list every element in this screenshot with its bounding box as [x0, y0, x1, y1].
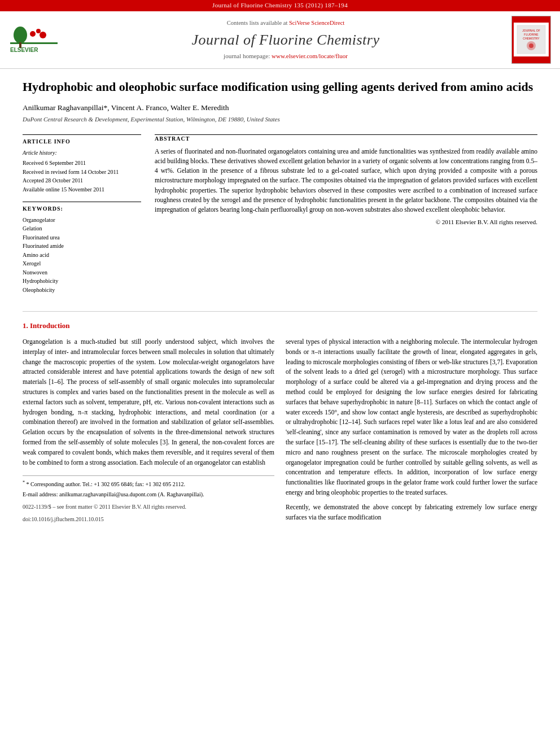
svg-point-13 — [529, 43, 533, 48]
svg-text:CHEMISTRY: CHEMISTRY — [523, 37, 540, 40]
keywords-list: Organogelator Gelation Fluorinated urea … — [23, 216, 141, 295]
main-content: Hydrophobic and oleophobic surface modif… — [0, 69, 560, 539]
svg-text:FLUORINE: FLUORINE — [524, 33, 539, 36]
affiliation: DuPont Central Research & Development, E… — [23, 115, 537, 124]
journal-homepage: journal homepage: www.elsevier.com/locat… — [65, 52, 506, 61]
keyword-5: Amino acid — [23, 251, 141, 260]
intro-para-3: Recently, we demonstrated the above conc… — [286, 503, 537, 523]
history-label: Article history: — [23, 149, 141, 158]
svg-point-4 — [36, 29, 41, 33]
copyright-issn: 0022-1139/$ – see front matter © 2011 El… — [23, 503, 274, 512]
footnote-area: * * Corresponding author. Tel.: +1 302 6… — [23, 475, 274, 523]
article-title: Hydrophobic and oleophobic surface modif… — [23, 79, 537, 95]
journal-header-center: Contents lists available at SciVerse Sci… — [65, 19, 506, 62]
svg-rect-0 — [10, 42, 58, 44]
abstract-title: Abstract — [155, 135, 537, 143]
revised-date: Received in revised form 14 October 2011 — [23, 168, 141, 177]
journal-citation: Journal of Fluorine Chemistry 135 (2012)… — [212, 2, 348, 8]
rights-text: © 2011 Elsevier B.V. All rights reserved… — [155, 218, 537, 227]
article-info-title: Article Info — [23, 138, 141, 146]
body-section: Organogelation is a much-studied but sti… — [23, 337, 537, 527]
article-meta-section: Article Info Article history: Received 6… — [23, 134, 537, 302]
keywords-box: Keywords: Organogelator Gelation Fluorin… — [23, 202, 141, 294]
keyword-3: Fluorinated urea — [23, 234, 141, 242]
section-divider — [23, 311, 537, 312]
intro-heading: 1. Introduction — [23, 321, 537, 331]
keywords-title: Keywords: — [23, 205, 141, 213]
keyword-8: Hydrophobicity — [23, 277, 141, 286]
keyword-7: Nonwoven — [23, 269, 141, 277]
intro-para-2: several types of physical interaction wi… — [286, 337, 537, 498]
keyword-9: Oleophobicity — [23, 286, 141, 295]
abstract-text: A series of fluorinated and non-fluorina… — [155, 147, 537, 215]
journal-top-bar: Journal of Fluorine Chemistry 135 (2012)… — [0, 0, 560, 11]
keyword-6: Xerogel — [23, 260, 141, 268]
intro-para-1: Organogelation is a much-studied but sti… — [23, 337, 274, 468]
received-date: Received 6 September 2011 — [23, 159, 141, 168]
journal-cover: JOURNAL OF FLUORINE CHEMISTRY — [511, 16, 551, 64]
sciverse-link[interactable]: SciVerse ScienceDirect — [289, 20, 344, 26]
svg-point-1 — [14, 27, 27, 43]
abstract-box: Abstract A series of fluorinated and non… — [155, 134, 537, 227]
body-left-col: Organogelation is a much-studied but sti… — [23, 337, 274, 527]
body-right-col: several types of physical interaction wi… — [286, 337, 537, 527]
keyword-1: Organogelator — [23, 216, 141, 225]
keyword-4: Fluorinated amide — [23, 242, 141, 251]
cover-image: JOURNAL OF FLUORINE CHEMISTRY — [514, 23, 549, 56]
journal-title: Journal of Fluorine Chemistry — [65, 29, 506, 51]
abstract-col: Abstract A series of fluorinated and non… — [155, 134, 537, 302]
authors: Anilkumar Raghavanpillai*, Vincent A. Fr… — [23, 102, 537, 113]
article-info-box: Article Info Article history: Received 6… — [23, 134, 141, 194]
footnote-email: E-mail address: anilkumar.raghavanpillai… — [23, 491, 274, 499]
svg-point-5 — [40, 32, 46, 38]
svg-text:ELSEVIER: ELSEVIER — [10, 47, 38, 53]
accepted-date: Accepted 28 October 2011 — [23, 177, 141, 185]
sciverse-line: Contents lists available at SciVerse Sci… — [65, 19, 506, 27]
journal-header: ELSEVIER Contents lists available at Sci… — [0, 11, 560, 69]
available-date: Available online 15 November 2011 — [23, 186, 141, 194]
svg-text:JOURNAL OF: JOURNAL OF — [522, 29, 540, 32]
footnote-corresponding: * * Corresponding author. Tel.: +1 302 6… — [23, 479, 274, 488]
doi-line: doi:10.1016/j.jfluchem.2011.10.015 — [23, 516, 274, 524]
elsevier-logo: ELSEVIER — [9, 23, 60, 57]
svg-point-3 — [30, 31, 36, 37]
keyword-2: Gelation — [23, 225, 141, 233]
article-info-col: Article Info Article history: Received 6… — [23, 134, 141, 302]
